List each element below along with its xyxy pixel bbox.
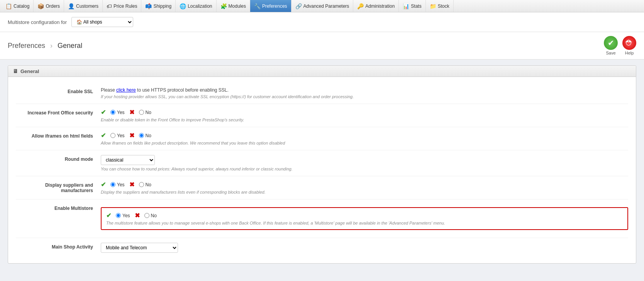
front-security-radio-group: ✔ Yes ✖ No: [101, 109, 628, 116]
nav-item-customers[interactable]: 👤Customers: [64, 0, 103, 12]
front-security-no-radio[interactable]: [139, 110, 144, 115]
iframes-no-radio[interactable]: [139, 133, 144, 138]
nav-item-price-rules[interactable]: 🏷Price Rules: [103, 0, 141, 12]
nav-icon: 📁: [430, 3, 436, 9]
multistore-desc: The multistore feature allows you to man…: [106, 221, 623, 225]
main-activity-label: Main Shop Activity: [16, 243, 101, 250]
nav-icon: 📋: [5, 3, 12, 9]
header-actions: ✔ Save ⛑ Help: [604, 36, 636, 55]
breadcrumb-separator: ›: [50, 42, 53, 49]
main-activity-select[interactable]: Mobile and Telecom Arts and Crafts Babie…: [101, 243, 178, 253]
nav-item-catalog[interactable]: 📋Catalog: [2, 0, 34, 12]
ssl-desc: If your hosting provider allows SSL, you…: [101, 94, 628, 99]
top-navigation: 📋Catalog📦Orders👤Customers🏷Price Rules📫Sh…: [0, 0, 644, 12]
nav-item-administration[interactable]: 🔑Administration: [353, 0, 399, 12]
save-icon: ✔: [604, 36, 618, 50]
nav-item-localization[interactable]: 🌐Localization: [176, 0, 216, 12]
page-header: Preferences › General ✔ Save ⛑ Help: [0, 32, 644, 60]
display-suppliers-desc: Display the suppliers and manufacturers …: [101, 190, 628, 194]
nav-icon: 👤: [68, 3, 75, 9]
multistore-cross-icon: ✖: [135, 212, 140, 219]
round-mode-row: Round mode classical always up always do…: [16, 150, 628, 176]
front-security-no[interactable]: No: [139, 110, 151, 115]
save-button[interactable]: ✔ Save: [604, 36, 618, 55]
multistore-no-radio[interactable]: [144, 213, 149, 218]
section-header: 🖥 General: [8, 66, 636, 77]
iframes-yes[interactable]: Yes: [110, 133, 125, 138]
nav-item-orders[interactable]: 📦Orders: [34, 0, 64, 12]
multistore-enable-row: Enable Multistore ✔ Yes ✖ No: [16, 199, 628, 238]
front-security-check-icon: ✔: [101, 109, 106, 116]
iframes-desc: Allow iframes on fields like product des…: [101, 141, 628, 145]
breadcrumb-current: General: [58, 42, 82, 49]
display-suppliers-yes-radio[interactable]: [110, 182, 115, 187]
iframes-yes-radio[interactable]: [110, 133, 115, 138]
multistore-enable-label: Enable Multistore: [16, 204, 101, 211]
ssl-primary-text: Please click here to use HTTPS protocol …: [101, 87, 628, 93]
enable-ssl-label: Enable SSL: [16, 87, 101, 94]
enable-ssl-control: Please click here to use HTTPS protocol …: [101, 87, 628, 99]
nav-icon: 🏷: [107, 3, 112, 9]
display-suppliers-radio-group: ✔ Yes ✖ No: [101, 181, 628, 188]
multistore-enable-control: ✔ Yes ✖ No The multistore feature allows…: [101, 204, 628, 233]
enable-ssl-row: Enable SSL Please click here to use HTTP…: [16, 83, 628, 104]
nav-item-modules[interactable]: 🧩Modules: [217, 0, 250, 12]
display-suppliers-no-radio[interactable]: [139, 182, 144, 187]
nav-icon: 📦: [37, 3, 44, 9]
display-suppliers-yes[interactable]: Yes: [110, 182, 125, 187]
section-header-icon: 🖥: [13, 68, 18, 74]
multistore-bar: Multistore configuration for 🏠 All shops: [0, 12, 644, 32]
nav-item-stats[interactable]: 📊Stats: [399, 0, 425, 12]
front-security-yes[interactable]: Yes: [110, 110, 125, 115]
breadcrumb: Preferences › General: [8, 42, 82, 50]
front-security-cross-icon: ✖: [129, 109, 134, 116]
nav-icon: 🔑: [357, 3, 364, 9]
multistore-no[interactable]: No: [144, 213, 157, 218]
ssl-link[interactable]: click here: [116, 87, 136, 93]
main-activity-row: Main Shop Activity Mobile and Telecom Ar…: [16, 238, 628, 257]
multistore-label: Multistore configuration for: [8, 19, 67, 25]
front-security-yes-radio[interactable]: [110, 110, 115, 115]
multistore-check-icon: ✔: [106, 212, 111, 219]
display-suppliers-label: Display suppliers and manufacturers: [16, 181, 101, 193]
round-mode-select[interactable]: classical always up always down: [101, 155, 155, 165]
nav-icon: 🌐: [180, 3, 186, 9]
front-security-row: Increase Front Office security ✔ Yes ✖ N…: [16, 104, 628, 127]
main-content: 🖥 General Enable SSL Please click here t…: [0, 60, 644, 281]
nav-icon: 📊: [403, 3, 409, 9]
nav-item-advanced-parameters[interactable]: 🔗Advanced Parameters: [291, 0, 354, 12]
round-mode-control: classical always up always down You can …: [101, 155, 628, 171]
iframes-label: Allow iframes on html fields: [16, 132, 101, 139]
general-section: 🖥 General Enable SSL Please click here t…: [8, 65, 636, 264]
nav-icon: 🧩: [220, 3, 227, 9]
round-mode-desc: You can choose how to round prices: Alwa…: [101, 167, 628, 171]
display-suppliers-row: Display suppliers and manufacturers ✔ Ye…: [16, 176, 628, 199]
iframes-check-icon: ✔: [101, 132, 106, 139]
save-label: Save: [606, 51, 615, 55]
breadcrumb-parent: Preferences: [8, 42, 45, 49]
iframes-radio-group: ✔ Yes ✖ No: [101, 132, 628, 139]
front-security-label: Increase Front Office security: [16, 109, 101, 116]
nav-icon: 📫: [145, 3, 152, 9]
multistore-highlight-box: ✔ Yes ✖ No The multistore feature allows…: [101, 207, 628, 230]
iframes-row: Allow iframes on html fields ✔ Yes ✖ No …: [16, 127, 628, 150]
nav-item-shipping[interactable]: 📫Shipping: [141, 0, 176, 12]
nav-item-stock[interactable]: 📁Stock: [426, 0, 454, 12]
display-suppliers-control: ✔ Yes ✖ No Display the suppliers and man…: [101, 181, 628, 194]
multistore-radio-group: ✔ Yes ✖ No: [106, 212, 623, 219]
multistore-yes-radio[interactable]: [116, 213, 121, 218]
display-suppliers-check-icon: ✔: [101, 181, 106, 188]
nav-icon: 🔗: [295, 3, 302, 9]
front-security-control: ✔ Yes ✖ No Enable or disable token in th…: [101, 109, 628, 122]
display-suppliers-no[interactable]: No: [139, 182, 151, 187]
help-button[interactable]: ⛑ Help: [622, 36, 636, 55]
front-security-desc: Enable or disable token in the Front Off…: [101, 118, 628, 122]
iframes-no[interactable]: No: [139, 133, 151, 138]
multistore-yes[interactable]: Yes: [116, 213, 130, 218]
nav-icon: 🔧: [254, 3, 261, 9]
iframes-control: ✔ Yes ✖ No Allow iframes on fields like …: [101, 132, 628, 145]
multistore-select[interactable]: 🏠 All shops: [71, 17, 133, 27]
section-title: General: [20, 68, 39, 74]
nav-item-preferences[interactable]: 🔧Preferences: [250, 0, 291, 12]
help-label: Help: [625, 51, 634, 55]
